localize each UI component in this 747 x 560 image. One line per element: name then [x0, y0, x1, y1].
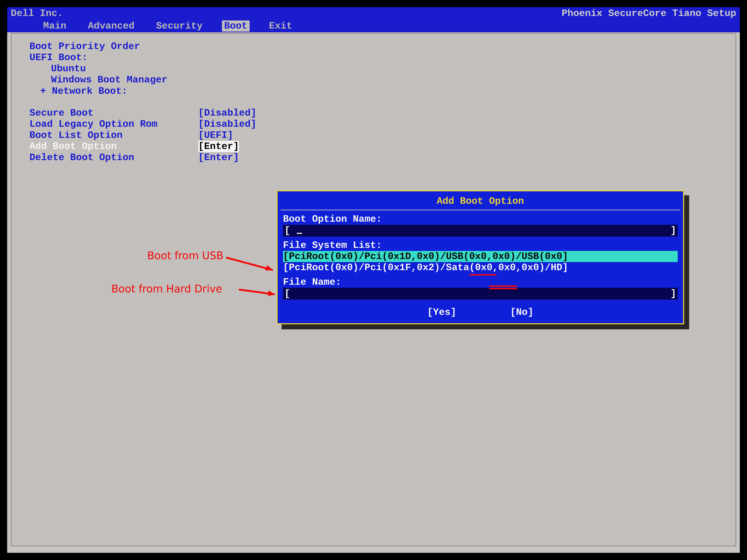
- underline-sata-2: [489, 288, 517, 289]
- arrow-icon: [237, 285, 280, 301]
- option-label: Delete Boot Option: [29, 152, 198, 163]
- option-load-legacy-rom[interactable]: Load Legacy Option Rom [Disabled]: [29, 118, 718, 130]
- option-value: [Enter]: [198, 141, 239, 152]
- option-boot-list[interactable]: Boot List Option [UEFI]: [29, 130, 718, 141]
- network-boot-heading[interactable]: + Network Boot:: [29, 86, 718, 97]
- dialog-buttons: [Yes] [No]: [283, 299, 678, 320]
- file-name-label: File Name:: [283, 276, 678, 288]
- setup-title: Phoenix SecureCore Tiano Setup: [562, 8, 736, 19]
- add-boot-option-dialog: Add Boot Option Boot Option Name: File S…: [277, 190, 684, 324]
- option-label: Add Boot Option: [29, 141, 198, 152]
- fs-item-sata[interactable]: [PciRoot(0x0)/Pci(0x1F,0x2)/Sata(0x0,0x0…: [283, 262, 678, 273]
- annotation-boot-from-hdd: Boot from Hard Drive: [111, 283, 222, 295]
- option-value: [Enter]: [198, 152, 239, 163]
- file-name-input[interactable]: [283, 288, 678, 299]
- filesystem-list-label: File System List:: [283, 240, 678, 251]
- tab-advanced[interactable]: Advanced: [88, 21, 134, 32]
- option-delete-boot-option[interactable]: Delete Boot Option [Enter]: [29, 152, 718, 163]
- option-secure-boot[interactable]: Secure Boot [Disabled]: [29, 108, 718, 118]
- bios-title-bar: Dell Inc. Phoenix SecureCore Tiano Setup: [7, 7, 740, 20]
- option-value: [Disabled]: [198, 108, 256, 118]
- yes-button[interactable]: [Yes]: [427, 307, 456, 318]
- svg-marker-1: [265, 265, 273, 270]
- option-add-boot-option[interactable]: Add Boot Option [Enter]: [29, 141, 718, 152]
- svg-marker-3: [268, 290, 275, 296]
- option-label: Secure Boot: [29, 108, 198, 118]
- underline-sata: [489, 285, 517, 287]
- tab-security[interactable]: Security: [156, 21, 203, 32]
- tab-main[interactable]: Main: [43, 21, 67, 32]
- fs-item-usb[interactable]: [PciRoot(0x0)/Pci(0x1D,0x0)/USB(0x0,0x0)…: [283, 251, 678, 262]
- tab-boot[interactable]: Boot: [222, 21, 250, 32]
- option-label: Boot List Option: [29, 130, 198, 141]
- no-button[interactable]: [No]: [510, 307, 534, 318]
- option-value: [Disabled]: [198, 118, 256, 130]
- boot-item[interactable]: Windows Boot Manager: [51, 74, 718, 85]
- arrow-icon: [225, 251, 278, 275]
- divider: [281, 210, 680, 210]
- boot-priority-heading: Boot Priority Order: [29, 41, 718, 52]
- vendor-label: Dell Inc.: [11, 8, 63, 19]
- option-value: [UEFI]: [198, 130, 233, 141]
- text-cursor: [297, 233, 302, 234]
- underline-usb: [469, 274, 496, 275]
- dialog-title: Add Boot Option: [283, 194, 678, 209]
- menu-bar: Main Advanced Security Boot Exit: [7, 20, 740, 32]
- uefi-boot-heading: UEFI Boot:: [29, 52, 718, 63]
- boot-item[interactable]: Ubuntu: [51, 63, 718, 74]
- tab-exit[interactable]: Exit: [269, 21, 292, 32]
- option-label: Load Legacy Option Rom: [29, 118, 198, 130]
- annotation-boot-from-usb: Boot from USB: [147, 249, 223, 262]
- boot-option-name-input[interactable]: [283, 225, 678, 237]
- boot-option-name-label: Boot Option Name:: [283, 214, 678, 225]
